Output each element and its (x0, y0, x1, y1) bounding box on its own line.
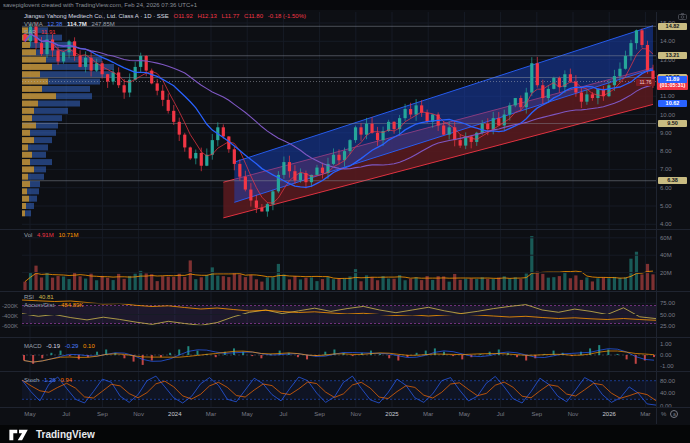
footer-bar: TradingView (0, 425, 690, 443)
pane-separator[interactable] (0, 371, 690, 372)
pane-separator[interactable] (0, 337, 690, 338)
price-axis-border[interactable] (656, 12, 657, 424)
attribution-bar: savepiglovent created with TradingView.c… (0, 0, 690, 10)
tradingview-logo-icon[interactable] (8, 427, 30, 441)
tradingview-wordmark[interactable]: TradingView (36, 429, 95, 440)
time-axis-separator (0, 407, 690, 408)
pane-separator[interactable] (0, 229, 690, 230)
pane-separator[interactable] (0, 291, 690, 292)
tradingview-published-chart: { "attribution": { "text": "savepigloven… (0, 0, 690, 443)
chart-canvas[interactable] (0, 10, 690, 443)
